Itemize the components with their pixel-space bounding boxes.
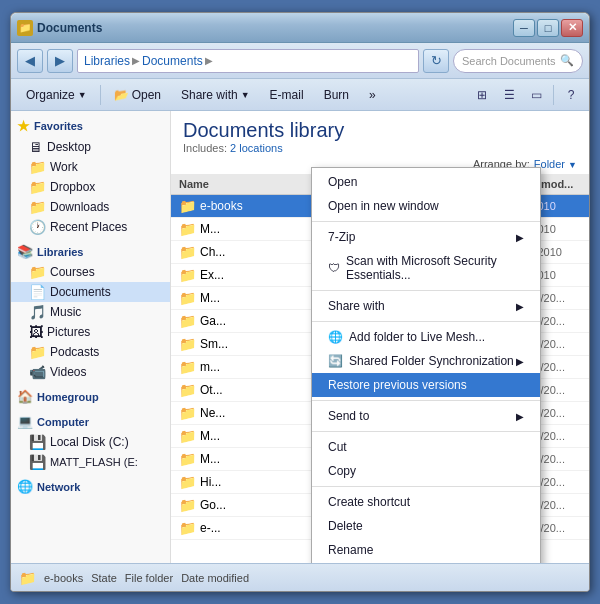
sidebar-item-dropbox[interactable]: 📁 Dropbox	[11, 177, 170, 197]
libraries-header[interactable]: 📚 Libraries	[11, 241, 170, 262]
ctx-live-mesh-label: Add folder to Live Mesh...	[349, 330, 485, 344]
local-disk-label: Local Disk (C:)	[50, 435, 129, 449]
breadcrumb-documents[interactable]: Documents	[142, 54, 203, 68]
ctx-rename[interactable]: Rename	[312, 538, 540, 562]
view-details-button[interactable]: ☰	[497, 84, 521, 106]
ctx-7zip[interactable]: 7-Zip ▶	[312, 225, 540, 249]
ctx-open-new-window[interactable]: Open in new window	[312, 194, 540, 218]
dropbox-label: Dropbox	[50, 180, 95, 194]
forward-button[interactable]: ▶	[47, 49, 73, 73]
share-with-button[interactable]: Share with ▼	[172, 83, 259, 107]
recent-places-icon: 🕐	[29, 219, 46, 235]
email-button[interactable]: E-mail	[261, 83, 313, 107]
ctx-sep-4	[312, 400, 540, 401]
ctx-7zip-label: 7-Zip	[328, 230, 355, 244]
sidebar-item-recent-places[interactable]: 🕐 Recent Places	[11, 217, 170, 237]
ctx-open-label: Open	[328, 175, 357, 189]
ctx-sync-icon: 🔄	[328, 354, 343, 368]
homegroup-icon: 🏠	[17, 389, 33, 404]
sidebar-item-pictures[interactable]: 🖼 Pictures	[11, 322, 170, 342]
computer-section: 💻 Computer 💾 Local Disk (C:) 💾 MATT_FLAS…	[11, 411, 170, 472]
ctx-open-new-window-label: Open in new window	[328, 199, 439, 213]
view-toggle-button[interactable]: ⊞	[470, 84, 494, 106]
flash-label: MATT_FLASH (E:	[50, 456, 138, 468]
sidebar-item-flash[interactable]: 💾 MATT_FLASH (E:	[11, 452, 170, 472]
libraries-label: Libraries	[37, 246, 83, 258]
breadcrumb-arrow-2: ▶	[205, 55, 213, 66]
open-button[interactable]: 📂 Open	[105, 83, 170, 107]
ebooks-name: e-books	[200, 199, 243, 213]
burn-button[interactable]: Burn	[315, 83, 358, 107]
favorites-label: Favorites	[34, 120, 83, 132]
more-button[interactable]: »	[360, 83, 385, 107]
ctx-create-shortcut[interactable]: Create shortcut	[312, 490, 540, 514]
network-header[interactable]: 🌐 Network	[11, 476, 170, 497]
network-icon: 🌐	[17, 479, 33, 494]
help-button[interactable]: ?	[559, 84, 583, 106]
sidebar-item-music[interactable]: 🎵 Music	[11, 302, 170, 322]
ctx-live-mesh-icon: 🌐	[328, 330, 343, 344]
videos-icon: 📹	[29, 364, 46, 380]
ctx-7zip-arrow-icon: ▶	[516, 232, 524, 243]
breadcrumb-libraries[interactable]: Libraries	[84, 54, 130, 68]
ctx-live-mesh[interactable]: 🌐 Add folder to Live Mesh...	[312, 325, 540, 349]
homegroup-header[interactable]: 🏠 Homegroup	[11, 386, 170, 407]
ctx-send-to[interactable]: Send to ▶	[312, 404, 540, 428]
ebooks-folder-icon: 📁	[179, 198, 196, 214]
network-label: Network	[37, 481, 80, 493]
ctx-open[interactable]: Open	[312, 170, 540, 194]
ctx-share-with[interactable]: Share with ▶	[312, 294, 540, 318]
dropbox-icon: 📁	[29, 179, 46, 195]
sidebar-item-desktop[interactable]: 🖥 Desktop	[11, 137, 170, 157]
ctx-sep-5	[312, 431, 540, 432]
minimize-button[interactable]: ─	[513, 19, 535, 37]
music-icon: 🎵	[29, 304, 46, 320]
sidebar-item-local-disk[interactable]: 💾 Local Disk (C:)	[11, 432, 170, 452]
courses-icon: 📁	[29, 264, 46, 280]
back-button[interactable]: ◀	[17, 49, 43, 73]
title-bar: 📁 Documents ─ □ ✕	[11, 13, 589, 43]
sidebar: ★ Favorites 🖥 Desktop 📁 Work 📁 Dropbox 📁	[11, 111, 171, 563]
folder-icon-11: 📁	[179, 451, 196, 467]
libraries-icon: 📚	[17, 244, 33, 259]
favorites-header[interactable]: ★ Favorites	[11, 115, 170, 137]
view-preview-button[interactable]: ▭	[524, 84, 548, 106]
ctx-copy[interactable]: Copy	[312, 459, 540, 483]
ctx-delete-label: Delete	[328, 519, 363, 533]
sidebar-item-courses[interactable]: 📁 Courses	[11, 262, 170, 282]
ctx-sync[interactable]: 🔄 Shared Folder Synchronization ▶	[312, 349, 540, 373]
ctx-scan[interactable]: 🛡 Scan with Microsoft Security Essential…	[312, 249, 540, 287]
ctx-sep-1	[312, 221, 540, 222]
desktop-icon: 🖥	[29, 139, 43, 155]
ctx-share-arrow-icon: ▶	[516, 301, 524, 312]
recent-places-label: Recent Places	[50, 220, 127, 234]
search-box[interactable]: Search Documents 🔍	[453, 49, 583, 73]
ctx-cut-label: Cut	[328, 440, 347, 454]
sidebar-item-downloads[interactable]: 📁 Downloads	[11, 197, 170, 217]
toolbar-right: ⊞ ☰ ▭ ?	[470, 84, 583, 106]
library-locations-link[interactable]: 2 locations	[230, 142, 283, 154]
refresh-button[interactable]: ↻	[423, 49, 449, 73]
sidebar-item-podcasts[interactable]: 📁 Podcasts	[11, 342, 170, 362]
ctx-restore-label: Restore previous versions	[328, 378, 467, 392]
ctx-sep-3	[312, 321, 540, 322]
folder-icon-10: 📁	[179, 428, 196, 444]
podcasts-label: Podcasts	[50, 345, 99, 359]
folder-icon-4: 📁	[179, 290, 196, 306]
ctx-restore[interactable]: Restore previous versions	[312, 373, 540, 397]
ctx-share-label: Share with	[328, 299, 385, 313]
computer-header[interactable]: 💻 Computer	[11, 411, 170, 432]
ctx-cut[interactable]: Cut	[312, 435, 540, 459]
ctx-sync-arrow-icon: ▶	[516, 356, 524, 367]
ctx-delete[interactable]: Delete	[312, 514, 540, 538]
favorites-star-icon: ★	[17, 118, 30, 134]
sidebar-item-work[interactable]: 📁 Work	[11, 157, 170, 177]
breadcrumb-bar[interactable]: Libraries ▶ Documents ▶	[77, 49, 419, 73]
organize-button[interactable]: Organize ▼	[17, 83, 96, 107]
maximize-button[interactable]: □	[537, 19, 559, 37]
sidebar-item-videos[interactable]: 📹 Videos	[11, 362, 170, 382]
sidebar-item-documents[interactable]: 📄 Documents	[11, 282, 170, 302]
close-button[interactable]: ✕	[561, 19, 583, 37]
desktop-label: Desktop	[47, 140, 91, 154]
podcasts-icon: 📁	[29, 344, 46, 360]
